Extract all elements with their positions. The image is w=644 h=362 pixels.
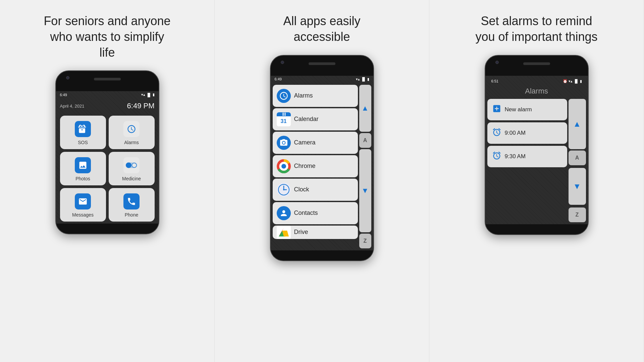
home-app-photos[interactable]: Photos: [60, 152, 106, 185]
status-icons-1: ▾▴ ▐▌ ▮: [141, 93, 155, 97]
home-date: April 4, 2021: [60, 104, 85, 109]
svg-point-2: [132, 163, 137, 168]
app-list-drive[interactable]: Drive: [273, 226, 358, 239]
scroll-letter-z: Z: [359, 234, 371, 248]
app-list-camera[interactable]: Camera: [273, 132, 358, 154]
app-list-alarms[interactable]: Alarms: [273, 85, 358, 107]
phone-2-camera: [281, 61, 284, 64]
svg-point-6: [281, 164, 286, 169]
app-list-clock[interactable]: Clock: [273, 179, 358, 201]
status-bar-3: 6:51 ⏰ ▾▴ ▐▌ ▮: [487, 78, 586, 85]
wifi-icon-2: ▾▴: [356, 77, 360, 81]
phone-2: 6:49 ▾▴ ▐▌ ▮ Alarms: [270, 55, 374, 261]
calendar-app-label: Calendar: [294, 116, 319, 123]
app-list-contacts[interactable]: Contacts: [273, 202, 358, 224]
contacts-app-icon: [277, 206, 291, 220]
phone-speaker: [94, 78, 121, 80]
clock-app-label: Clock: [294, 186, 309, 193]
sos-icon: [75, 121, 91, 137]
app-list-chrome[interactable]: Chrome: [273, 155, 358, 177]
phone-1: 6:49 ▾▴ ▐▌ ▮ April 4, 2021 6:49 PM: [55, 70, 159, 234]
scroll-down-btn[interactable]: ▼: [359, 149, 371, 232]
alarm-scroll-up-btn[interactable]: ▲: [569, 99, 586, 149]
app-scroll-bar: ▲ A ▼ Z: [359, 85, 371, 248]
phone-2-top: [271, 56, 373, 76]
camera-app-label: Camera: [294, 139, 316, 146]
battery-icon: ▮: [153, 93, 155, 97]
alarms-label: Alarms: [124, 140, 139, 145]
status-time-2: 6:49: [275, 77, 282, 81]
phone-icon: [123, 193, 140, 209]
phone-camera-icon: [66, 76, 69, 79]
scroll-up-btn[interactable]: ▲: [359, 85, 371, 132]
phone-3: 6:51 ⏰ ▾▴ ▐▌ ▮ Alarms: [485, 55, 589, 235]
phone-1-screen: 6:49 ▾▴ ▐▌ ▮ April 4, 2021 6:49 PM: [56, 91, 159, 224]
phone-3-top: [485, 56, 588, 76]
home-app-sos[interactable]: SOS: [60, 116, 106, 149]
alarm-scroll-letter-a: A: [569, 150, 586, 165]
alarm-930am-label: 9:30 AM: [505, 153, 526, 160]
battery-icon-3: ▮: [580, 79, 582, 83]
svg-rect-1: [126, 163, 131, 168]
alarms-content: New alarm 9:00 AM: [487, 99, 586, 222]
medicine-icon: [123, 157, 140, 173]
phone-label: Phone: [125, 212, 138, 218]
new-alarm-btn[interactable]: New alarm: [487, 99, 567, 120]
status-bar-2: 6:49 ▾▴ ▐▌ ▮: [271, 76, 373, 83]
battery-icon-2: ▮: [367, 77, 369, 81]
messages-icon: [75, 193, 91, 209]
app-list-main: Alarms ▐▐ 31 Calendar: [273, 85, 358, 248]
new-alarm-label: New alarm: [505, 106, 532, 113]
alarm-scroll-down-btn[interactable]: ▼: [569, 168, 586, 205]
alarms-screen-title: Alarms: [487, 85, 586, 99]
phone-3-speaker: [523, 62, 550, 65]
drive-app-label: Drive: [294, 229, 308, 236]
drive-app-icon: [277, 226, 291, 239]
status-time-1: 6:49: [60, 93, 67, 97]
home-app-medicine[interactable]: Medicine: [109, 152, 155, 185]
status-icons-2: ▾▴ ▐▌ ▮: [356, 77, 369, 81]
phone-2-screen: 6:49 ▾▴ ▐▌ ▮ Alarms: [271, 76, 373, 250]
panel-alarms: Set alarms to remind you of important th…: [429, 0, 644, 362]
panel-2-title: All apps easily accessible: [258, 13, 386, 45]
signal-icon-3: ▐▌: [574, 79, 579, 83]
home-app-messages[interactable]: Messages: [60, 188, 106, 222]
clock-app-icon: [277, 183, 291, 197]
contacts-app-label: Contacts: [294, 209, 318, 217]
scroll-letter-a: A: [359, 133, 371, 148]
alarm-9am-btn[interactable]: 9:00 AM: [487, 122, 567, 144]
panel-3-title: Set alarms to remind you of important th…: [473, 13, 600, 45]
panel-seniors: For seniors and anyone who wants to simp…: [0, 0, 215, 362]
chrome-app-label: Chrome: [294, 163, 316, 170]
sos-label: SOS: [78, 140, 88, 145]
alarm-930am-icon: [492, 151, 501, 162]
svg-point-11: [283, 189, 284, 190]
alarms-scroll-bar: ▲ A ▼ Z: [569, 99, 586, 222]
alarm-9am-icon: [492, 127, 501, 139]
home-time: 6:49 PM: [127, 102, 155, 110]
camera-app-icon: [277, 136, 291, 150]
panel-1-title: For seniors and anyone who wants to simp…: [44, 13, 171, 60]
chrome-app-icon: [277, 159, 291, 173]
home-app-alarms[interactable]: Alarms: [109, 116, 155, 149]
signal-icon: ▐▌: [146, 93, 152, 97]
calendar-app-icon: ▐▐ 31: [277, 112, 291, 126]
status-time-3: 6:51: [491, 79, 498, 83]
alarm-930am-btn[interactable]: 9:30 AM: [487, 146, 567, 167]
alarm-scroll-letter-z: Z: [569, 207, 586, 222]
app-list-calendar[interactable]: ▐▐ 31 Calendar: [273, 108, 358, 130]
alarms-app-label: Alarms: [294, 92, 313, 99]
alarms-icon: [123, 121, 140, 137]
wifi-icon: ▾▴: [141, 93, 145, 97]
phone-2-bottom: [271, 250, 373, 260]
app-list-container: Alarms ▐▐ 31 Calendar: [271, 83, 373, 250]
new-alarm-icon: [492, 104, 501, 115]
alarms-list: New alarm 9:00 AM: [487, 99, 567, 222]
home-datetime: April 4, 2021 6:49 PM: [56, 98, 159, 114]
wifi-icon-3: ▾▴: [569, 79, 573, 83]
home-app-grid: SOS Alarms: [56, 114, 159, 224]
alarm-status-icon: ⏰: [563, 79, 568, 83]
home-app-phone[interactable]: Phone: [109, 188, 155, 222]
alarm-9am-label: 9:00 AM: [505, 130, 526, 136]
phone-3-camera: [495, 61, 499, 64]
